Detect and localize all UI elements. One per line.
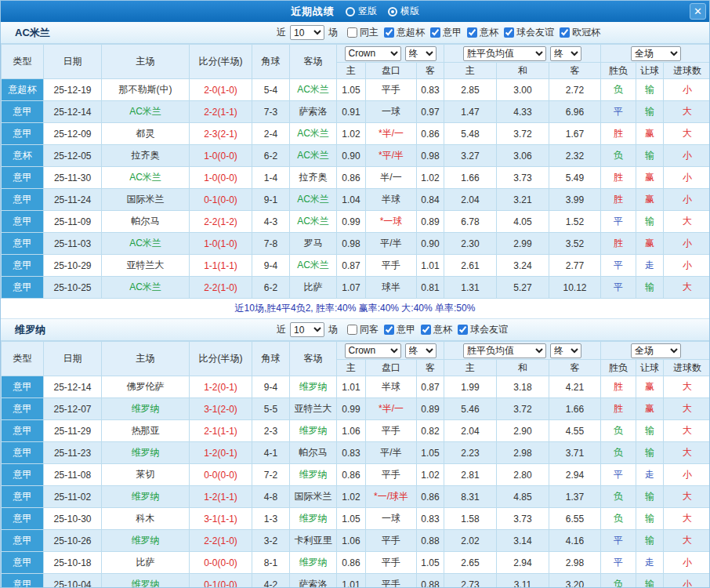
result-handicap: 输 — [636, 145, 664, 167]
col-result-handicap: 让球 — [636, 63, 664, 79]
handicap-line: *半/一 — [366, 123, 417, 145]
filter-label: 意杯 — [433, 323, 452, 336]
radio-unselected-icon[interactable] — [346, 7, 355, 16]
filter-checkbox[interactable] — [467, 27, 477, 38]
filter-checkbox[interactable] — [347, 27, 357, 38]
corner-score: 4-1 — [252, 442, 290, 464]
avg-final-select[interactable]: 终 — [550, 343, 581, 358]
avg-home-value: 8.31 — [444, 486, 497, 508]
competition-filters: 同客意甲意杯球会友谊 — [342, 323, 508, 337]
filter-checkbox[interactable] — [384, 27, 394, 38]
bookmaker-select[interactable]: Crown — [345, 46, 401, 61]
match-date: 25-11-08 — [44, 464, 102, 486]
filter-checkbox[interactable] — [458, 325, 468, 335]
avg-odds-select[interactable]: 胜平负均值 — [463, 46, 546, 61]
avg-draw-value: 3.73 — [497, 508, 549, 530]
handicap-line: 球半 — [366, 277, 417, 299]
layout-option-horizontal[interactable]: 横版 — [388, 5, 419, 18]
filter-checkbox[interactable] — [504, 27, 514, 38]
competition-filter[interactable]: 同主 — [347, 26, 379, 39]
league-type-badge: 意甲 — [2, 376, 44, 398]
league-type-badge: 意甲 — [2, 167, 44, 189]
competition-filter[interactable]: 意杯 — [467, 26, 498, 39]
filter-checkbox[interactable] — [384, 325, 394, 335]
filter-checkbox[interactable] — [421, 325, 431, 335]
odds-home-value: 1.02 — [337, 486, 366, 508]
bookmaker-select[interactable]: Crown — [345, 343, 401, 358]
competition-filter[interactable]: 球会友谊 — [504, 26, 554, 39]
match-row: 意甲25-10-30科木3-1(1-1)1-3维罗纳1.05一球0.831.58… — [2, 508, 710, 530]
match-count-select[interactable]: 10 — [290, 322, 324, 337]
filter-label: 同客 — [360, 323, 379, 336]
avg-away-value: 2.72 — [549, 79, 601, 101]
away-team-name: AC米兰 — [290, 79, 337, 101]
avg-select-group: 胜平负均值 终 — [444, 45, 601, 63]
match-date: 25-10-04 — [44, 574, 102, 588]
col-result-wdl: 胜负 — [601, 360, 636, 376]
handicap-line: 一球 — [366, 101, 417, 123]
col-result-wdl: 胜负 — [601, 63, 636, 79]
result-goals: 小 — [664, 255, 710, 277]
avg-home-value: 1.47 — [444, 101, 497, 123]
result-goals: 大 — [664, 508, 710, 530]
odds-away-value: 0.83 — [417, 79, 444, 101]
competition-filter[interactable]: 欧冠杯 — [560, 26, 600, 39]
odds-final-select[interactable]: 终 — [405, 46, 437, 61]
home-team-name: 维罗纳 — [102, 442, 190, 464]
odds-final-select[interactable]: 终 — [405, 343, 437, 358]
odds-away-value: 0.86 — [417, 123, 444, 145]
result-handicap: 输 — [636, 420, 664, 442]
result-handicap: 输 — [636, 79, 664, 101]
title-group: 近期战绩 竖版 横版 — [291, 5, 419, 19]
scope-select-group: 全场 — [601, 342, 710, 360]
avg-away-value: 5.49 — [549, 167, 601, 189]
home-team-name: 比萨 — [102, 552, 190, 574]
result-handicap: 赢 — [636, 189, 664, 211]
filter-checkbox[interactable] — [560, 27, 570, 38]
layout-option-vertical[interactable]: 竖版 — [346, 5, 377, 18]
corner-score: 6-2 — [252, 277, 290, 299]
scope-select-group: 全场 — [601, 45, 710, 63]
competition-filter[interactable]: 意甲 — [430, 26, 462, 39]
competition-filter[interactable]: 同客 — [347, 323, 379, 336]
match-date: 25-11-30 — [44, 167, 102, 189]
league-type-badge: 意甲 — [2, 255, 44, 277]
odds-away-value: 1.01 — [417, 255, 444, 277]
result-goals: 大 — [664, 530, 710, 552]
home-team-name: AC米兰 — [102, 101, 190, 123]
scope-select[interactable]: 全场 — [631, 343, 681, 358]
competition-filter[interactable]: 意甲 — [384, 323, 415, 336]
match-row: 意甲25-10-26维罗纳2-2(1-0)3-2卡利亚里1.06平手0.882.… — [2, 530, 710, 552]
match-score: 2-2(1-2) — [190, 211, 252, 233]
odds-home-value: 0.90 — [337, 145, 366, 167]
competition-filters: 同主意超杯意甲意杯球会友谊欧冠杯 — [342, 26, 600, 40]
league-type-badge: 意超杯 — [2, 79, 44, 101]
table-head: 类型 日期 主场 比分(半场) 角球 客场 Crown 终 胜平负均值 终 — [2, 342, 710, 376]
competition-filter[interactable]: 意杯 — [421, 323, 452, 336]
result-goals: 大 — [664, 123, 710, 145]
close-icon[interactable]: ✕ — [690, 3, 706, 20]
competition-filter[interactable]: 球会友谊 — [458, 323, 508, 336]
radio-selected-icon[interactable] — [388, 7, 397, 16]
avg-draw-value: 2.94 — [497, 552, 549, 574]
home-team-name: 科木 — [102, 508, 190, 530]
match-row: 意甲25-11-24国际米兰0-1(0-0)9-1AC米兰1.04半球0.842… — [2, 189, 710, 211]
match-score: 2-1(1-1) — [190, 420, 252, 442]
scope-select[interactable]: 全场 — [631, 46, 681, 61]
avg-odds-select[interactable]: 胜平负均值 — [463, 343, 546, 358]
match-count-select[interactable]: 10 — [290, 25, 324, 40]
result-outcome: 胜 — [601, 376, 636, 398]
col-result-handicap: 让球 — [636, 360, 664, 376]
corner-score: 9-4 — [252, 376, 290, 398]
avg-final-select[interactable]: 终 — [550, 46, 581, 61]
filter-checkbox[interactable] — [430, 27, 440, 38]
games-label: 场 — [328, 26, 338, 39]
away-team-name: 维罗纳 — [290, 552, 337, 574]
odds-away-value: 1.02 — [417, 464, 444, 486]
odds-away-value: 1.02 — [417, 167, 444, 189]
avg-away-value: 3.99 — [549, 189, 601, 211]
away-team-name: 维罗纳 — [290, 508, 337, 530]
avg-home-value: 2.04 — [444, 189, 497, 211]
competition-filter[interactable]: 意超杯 — [384, 26, 425, 39]
filter-checkbox[interactable] — [347, 325, 357, 335]
